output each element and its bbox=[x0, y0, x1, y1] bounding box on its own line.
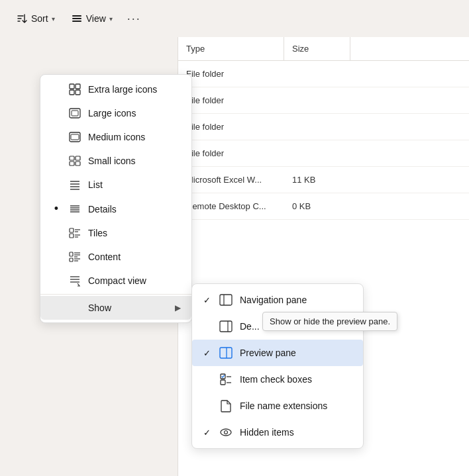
item-checkboxes-label: Item check boxes bbox=[240, 374, 354, 385]
medium-label: Medium icons bbox=[88, 132, 181, 142]
view-menu-item-medium[interactable]: Medium icons bbox=[40, 125, 191, 149]
list-label: List bbox=[88, 179, 181, 190]
sort-button[interactable]: Sort ▾ bbox=[9, 9, 62, 28]
tiles-label: Tiles bbox=[88, 228, 181, 238]
submenu-item-preview-pane[interactable]: ✓ Preview pane bbox=[192, 340, 363, 366]
svg-rect-43 bbox=[220, 348, 232, 358]
item-checkboxes-icon bbox=[219, 372, 233, 387]
svg-rect-8 bbox=[72, 111, 78, 116]
small-icon bbox=[68, 154, 81, 167]
details-pane-icon bbox=[219, 319, 233, 334]
table-row: File folder bbox=[178, 61, 469, 87]
svg-rect-4 bbox=[76, 84, 80, 89]
show-arrow-icon: ▶ bbox=[175, 303, 181, 312]
details-icon bbox=[68, 203, 81, 216]
svg-rect-23 bbox=[70, 228, 74, 232]
table-row: File folder bbox=[178, 87, 469, 114]
extra-large-label: Extra large icons bbox=[88, 84, 181, 95]
view-menu-item-tiles[interactable]: Tiles bbox=[40, 221, 191, 245]
svg-rect-6 bbox=[76, 90, 80, 95]
svg-rect-2 bbox=[72, 21, 81, 22]
view-menu-item-small[interactable]: Small icons bbox=[40, 149, 191, 173]
submenu-item-item-checkboxes[interactable]: Item check boxes bbox=[192, 366, 363, 393]
tooltip-text: Show or hide the preview pane. bbox=[270, 316, 390, 326]
sort-chevron: ▾ bbox=[52, 15, 55, 23]
svg-rect-1 bbox=[72, 18, 81, 19]
file-rows: File folder File folder File folder File… bbox=[178, 61, 469, 220]
preview-pane-label: Preview pane bbox=[240, 348, 354, 358]
main-area: Type Size File folder File folder File f… bbox=[0, 37, 469, 476]
view-menu-item-large[interactable]: Large icons bbox=[40, 101, 191, 125]
view-menu: Extra large icons Large icons Me bbox=[40, 74, 192, 323]
details-label: Details bbox=[88, 204, 181, 214]
content-icon bbox=[68, 250, 81, 263]
view-menu-item-extra-large[interactable]: Extra large icons bbox=[40, 77, 191, 101]
svg-point-49 bbox=[221, 429, 231, 436]
svg-rect-41 bbox=[220, 321, 232, 332]
svg-rect-0 bbox=[72, 15, 81, 17]
view-menu-item-list[interactable]: List bbox=[40, 173, 191, 197]
show-submenu: ✓ Navigation pane De... ✓ bbox=[191, 283, 364, 449]
view-icon bbox=[71, 13, 83, 24]
submenu-item-file-name-ext[interactable]: File name extensions bbox=[192, 393, 363, 419]
svg-rect-29 bbox=[70, 252, 73, 256]
svg-rect-3 bbox=[70, 84, 74, 89]
compact-icon bbox=[68, 274, 81, 287]
large-label: Large icons bbox=[88, 108, 181, 119]
check-preview-pane: ✓ bbox=[201, 348, 212, 358]
submenu-item-nav-pane[interactable]: ✓ Navigation pane bbox=[192, 287, 363, 313]
view-label: View bbox=[86, 13, 106, 24]
sort-label: Sort bbox=[31, 13, 48, 24]
view-menu-item-content[interactable]: Content bbox=[40, 245, 191, 269]
view-menu-item-show[interactable]: Show ▶ bbox=[40, 296, 191, 320]
svg-point-50 bbox=[225, 431, 228, 434]
view-menu-divider bbox=[40, 294, 191, 295]
svg-rect-14 bbox=[76, 162, 80, 166]
svg-rect-12 bbox=[76, 156, 80, 160]
more-button[interactable]: ··· bbox=[122, 8, 146, 30]
bullet-details: • bbox=[51, 202, 62, 216]
view-menu-item-compact[interactable]: Compact view bbox=[40, 269, 191, 293]
nav-pane-label: Navigation pane bbox=[240, 295, 354, 305]
svg-rect-10 bbox=[71, 134, 79, 140]
small-label: Small icons bbox=[88, 156, 181, 166]
preview-pane-tooltip: Show or hide the preview pane. bbox=[262, 312, 397, 331]
view-button[interactable]: View ▾ bbox=[64, 9, 119, 28]
svg-rect-5 bbox=[70, 90, 74, 95]
file-name-ext-icon bbox=[219, 399, 233, 413]
large-icon bbox=[68, 107, 81, 120]
extra-large-icon bbox=[68, 83, 81, 96]
hidden-items-label: Hidden items bbox=[240, 427, 354, 438]
view-menu-item-details[interactable]: • Details bbox=[40, 197, 191, 221]
preview-pane-icon bbox=[219, 346, 233, 360]
svg-rect-33 bbox=[70, 258, 73, 262]
hidden-items-icon bbox=[219, 425, 233, 440]
svg-rect-11 bbox=[70, 156, 74, 160]
more-label: ··· bbox=[127, 12, 141, 26]
toolbar: Sort ▾ View ▾ ··· bbox=[0, 0, 469, 37]
nav-pane-icon bbox=[219, 293, 233, 307]
svg-rect-13 bbox=[70, 162, 74, 166]
table-row: Remote Desktop C... 0 KB bbox=[178, 193, 469, 220]
show-icon bbox=[68, 301, 81, 314]
file-list-header: Type Size bbox=[178, 37, 469, 61]
type-column-header: Type bbox=[178, 37, 284, 60]
svg-rect-39 bbox=[220, 295, 232, 305]
view-chevron: ▾ bbox=[109, 15, 113, 23]
compact-label: Compact view bbox=[88, 275, 181, 286]
file-name-ext-label: File name extensions bbox=[240, 401, 354, 411]
content-label: Content bbox=[88, 252, 181, 262]
tiles-icon bbox=[68, 226, 81, 240]
svg-rect-26 bbox=[70, 234, 74, 238]
list-icon bbox=[68, 178, 81, 191]
check-nav-pane: ✓ bbox=[201, 295, 212, 305]
sort-icon bbox=[16, 13, 28, 24]
check-hidden-items: ✓ bbox=[201, 428, 212, 438]
medium-icon bbox=[68, 130, 81, 144]
submenu-item-hidden-items[interactable]: ✓ Hidden items bbox=[192, 419, 363, 446]
table-row: Microsoft Excel W... 11 KB bbox=[178, 167, 469, 193]
size-column-header: Size bbox=[284, 37, 350, 60]
svg-rect-47 bbox=[221, 380, 225, 385]
table-row: File folder bbox=[178, 114, 469, 140]
table-row: File folder bbox=[178, 140, 469, 167]
